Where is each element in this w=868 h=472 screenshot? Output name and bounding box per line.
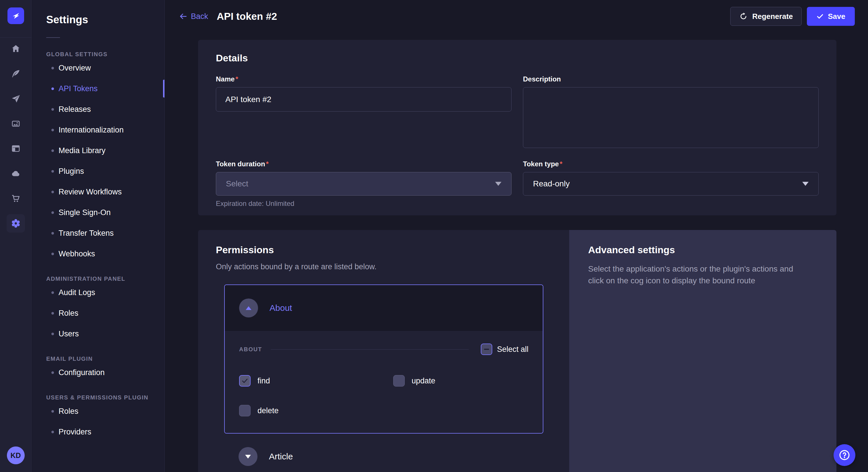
description-label: Description [523, 75, 818, 83]
sidebar-item-audit-logs[interactable]: Audit Logs [32, 282, 164, 303]
name-label: Name* [216, 75, 512, 83]
sidebar-item-transfer-tokens[interactable]: Transfer Tokens [32, 223, 164, 243]
rail-divider [0, 37, 32, 38]
group-divider [271, 349, 469, 349]
bullet-icon [51, 170, 54, 173]
sidebar-item-configuration[interactable]: Configuration [32, 362, 164, 383]
sidebar-item-label: Audit Logs [59, 288, 95, 297]
select-all-checkbox[interactable] [481, 343, 492, 355]
bullet-icon [51, 252, 54, 255]
refresh-icon [739, 12, 748, 21]
accordion-article-title: Article [269, 452, 293, 461]
sidebar-item-up-roles[interactable]: Roles [32, 401, 164, 422]
duration-select[interactable]: Select [216, 172, 512, 196]
details-card: Details Name* API token #2 Description T… [198, 40, 836, 215]
check-icon [241, 377, 249, 384]
type-label: Token type* [523, 160, 818, 168]
duration-hint: Expiration date: Unlimited [216, 200, 512, 208]
action-label: update [412, 376, 435, 385]
accordion-about-title: About [270, 303, 292, 313]
media-library-icon[interactable] [7, 114, 25, 133]
sidebar-item-releases[interactable]: Releases [32, 99, 164, 120]
sidebar-item-single-sign-on[interactable]: Single Sign-On [32, 202, 164, 223]
select-all-control[interactable]: Select all [481, 343, 528, 355]
sidebar-item-overview[interactable]: Overview [32, 58, 164, 78]
permissions-card: Permissions Only actions bound by a rout… [198, 230, 836, 472]
name-input[interactable]: API token #2 [216, 87, 512, 111]
description-field-group: Description [523, 75, 818, 148]
permissions-subtitle: Only actions bound by a route are listed… [216, 262, 569, 271]
save-button[interactable]: Save [807, 7, 855, 26]
sidebar-item-providers[interactable]: Providers [32, 422, 164, 442]
sidebar-item-label: API Tokens [59, 84, 98, 93]
collapse-toggle-button[interactable] [239, 299, 258, 317]
question-mark-icon [838, 449, 850, 461]
avatar[interactable]: KD [7, 446, 25, 464]
sidebar-item-label: Overview [59, 64, 91, 72]
sidebar-item-label: Webhooks [59, 249, 95, 258]
bullet-icon [51, 108, 54, 111]
sidebar-item-label: Internationalization [59, 126, 124, 134]
home-icon[interactable] [7, 40, 25, 58]
required-mark: * [236, 75, 238, 83]
settings-icon[interactable] [7, 214, 25, 233]
permissions-heading: Permissions [216, 244, 569, 256]
action-find[interactable]: find [239, 375, 393, 386]
accordion-about-header[interactable]: About [225, 285, 543, 331]
help-button[interactable] [834, 444, 856, 466]
cloud-icon[interactable] [7, 164, 25, 183]
section-email-plugin: EMAIL PLUGIN [46, 356, 164, 362]
find-checkbox[interactable] [239, 375, 251, 386]
paper-plane-icon[interactable] [7, 90, 25, 108]
advanced-settings-panel: Advanced settings Select the application… [569, 230, 836, 472]
chevron-down-icon [495, 182, 501, 186]
sidebar-item-media-library[interactable]: Media Library [32, 140, 164, 161]
duration-value: Select [226, 179, 248, 189]
regenerate-label: Regenerate [752, 12, 793, 21]
expand-toggle-button[interactable] [239, 447, 257, 466]
sidebar-item-review-workflows[interactable]: Review Workflows [32, 181, 164, 202]
type-select[interactable]: Read-only [523, 172, 818, 196]
regenerate-button[interactable]: Regenerate [730, 7, 802, 26]
main-content: Back API token #2 Regenerate Save Detail… [165, 0, 868, 472]
bullet-icon [51, 129, 54, 131]
bullet-icon [51, 333, 54, 335]
bullet-icon [51, 431, 54, 433]
advanced-settings-heading: Advanced settings [588, 244, 810, 256]
about-group-label: ABOUT [239, 346, 262, 353]
cart-icon[interactable] [7, 189, 25, 208]
required-mark: * [266, 160, 269, 168]
content-manager-icon[interactable] [7, 139, 25, 158]
bullet-icon [51, 312, 54, 314]
back-button[interactable]: Back [179, 12, 208, 21]
sidebar-item-admin-roles[interactable]: Roles [32, 303, 164, 324]
bullet-icon [51, 371, 54, 374]
update-checkbox[interactable] [393, 375, 405, 386]
sidebar-item-internationalization[interactable]: Internationalization [32, 120, 164, 140]
strapi-logo[interactable] [7, 7, 24, 24]
sidebar-item-users[interactable]: Users [32, 324, 164, 344]
advanced-settings-description: Select the application's actions or the … [588, 263, 810, 286]
chevron-down-icon [245, 455, 251, 459]
bullet-icon [51, 291, 54, 294]
sidebar-item-plugins[interactable]: Plugins [32, 161, 164, 181]
sidebar-item-label: Plugins [59, 167, 84, 176]
sidebar-item-label: Providers [59, 428, 91, 436]
description-textarea[interactable] [523, 87, 818, 148]
sidebar-item-webhooks[interactable]: Webhooks [32, 243, 164, 264]
chevron-up-icon [246, 306, 251, 310]
sidebar-item-api-tokens[interactable]: API Tokens [32, 78, 164, 99]
section-users-permissions-plugin: USERS & PERMISSIONS PLUGIN [46, 394, 164, 401]
select-all-label: Select all [497, 345, 528, 354]
sidebar-title: Settings [46, 14, 164, 26]
action-update[interactable]: update [393, 375, 528, 386]
feather-icon[interactable] [7, 65, 25, 83]
bullet-icon [51, 191, 54, 193]
delete-checkbox[interactable] [239, 405, 251, 416]
bullet-icon [51, 88, 54, 90]
action-label: delete [257, 406, 279, 415]
check-icon [816, 12, 824, 20]
accordion-article-header[interactable]: Article [224, 434, 569, 472]
action-delete[interactable]: delete [239, 405, 393, 416]
save-label: Save [828, 12, 845, 21]
